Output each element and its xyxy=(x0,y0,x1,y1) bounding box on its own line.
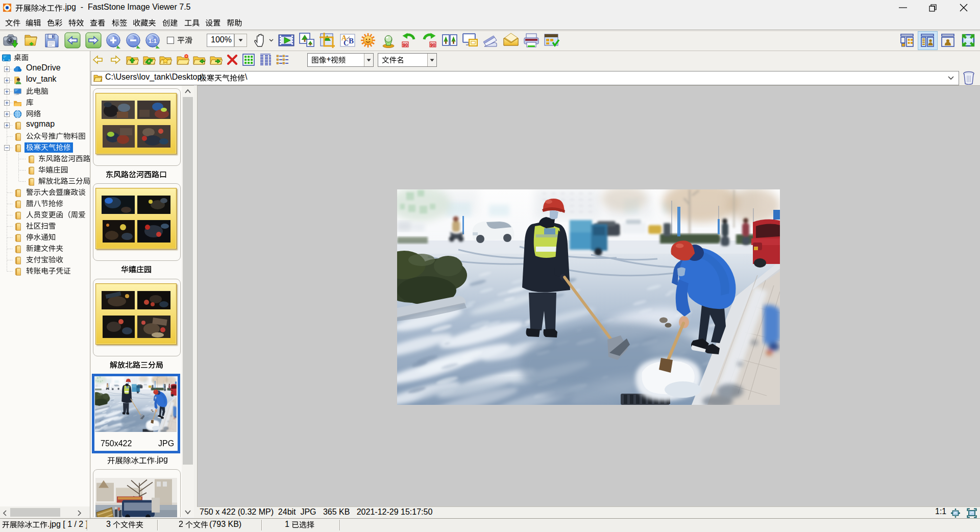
svg-text:B: B xyxy=(349,37,354,45)
svg-text:90: 90 xyxy=(403,42,408,47)
svg-text:1:1: 1:1 xyxy=(149,38,157,44)
svg-text:90: 90 xyxy=(430,42,435,47)
svg-text:C: C xyxy=(344,39,349,47)
